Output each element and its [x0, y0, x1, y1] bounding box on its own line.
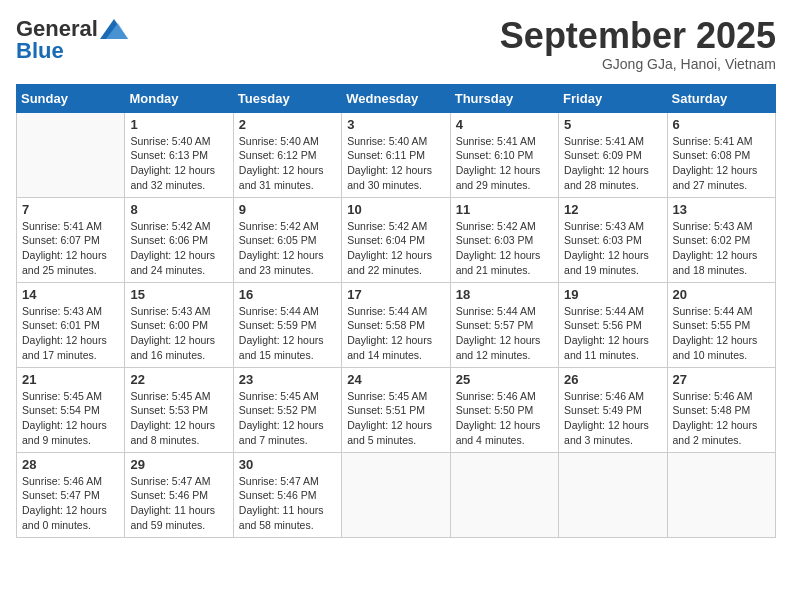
calendar-cell: 16Sunrise: 5:44 AM Sunset: 5:59 PM Dayli… — [233, 282, 341, 367]
day-info: Sunrise: 5:40 AM Sunset: 6:11 PM Dayligh… — [347, 134, 444, 193]
calendar-cell: 19Sunrise: 5:44 AM Sunset: 5:56 PM Dayli… — [559, 282, 667, 367]
calendar-cell: 24Sunrise: 5:45 AM Sunset: 5:51 PM Dayli… — [342, 367, 450, 452]
day-number: 2 — [239, 117, 336, 132]
calendar-cell: 5Sunrise: 5:41 AM Sunset: 6:09 PM Daylig… — [559, 112, 667, 197]
day-info: Sunrise: 5:45 AM Sunset: 5:54 PM Dayligh… — [22, 389, 119, 448]
day-info: Sunrise: 5:41 AM Sunset: 6:10 PM Dayligh… — [456, 134, 553, 193]
calendar-cell: 29Sunrise: 5:47 AM Sunset: 5:46 PM Dayli… — [125, 452, 233, 537]
day-number: 15 — [130, 287, 227, 302]
location-text: GJong GJa, Hanoi, Vietnam — [500, 56, 776, 72]
day-number: 7 — [22, 202, 119, 217]
day-info: Sunrise: 5:44 AM Sunset: 5:58 PM Dayligh… — [347, 304, 444, 363]
day-info: Sunrise: 5:41 AM Sunset: 6:07 PM Dayligh… — [22, 219, 119, 278]
day-info: Sunrise: 5:43 AM Sunset: 6:03 PM Dayligh… — [564, 219, 661, 278]
calendar-cell: 26Sunrise: 5:46 AM Sunset: 5:49 PM Dayli… — [559, 367, 667, 452]
day-info: Sunrise: 5:46 AM Sunset: 5:49 PM Dayligh… — [564, 389, 661, 448]
logo-blue-text: Blue — [16, 38, 64, 64]
day-info: Sunrise: 5:42 AM Sunset: 6:04 PM Dayligh… — [347, 219, 444, 278]
logo-icon — [100, 19, 128, 39]
calendar-cell: 15Sunrise: 5:43 AM Sunset: 6:00 PM Dayli… — [125, 282, 233, 367]
week-row-3: 14Sunrise: 5:43 AM Sunset: 6:01 PM Dayli… — [17, 282, 776, 367]
day-number: 1 — [130, 117, 227, 132]
day-info: Sunrise: 5:46 AM Sunset: 5:47 PM Dayligh… — [22, 474, 119, 533]
title-block: September 2025 GJong GJa, Hanoi, Vietnam — [500, 16, 776, 72]
day-number: 19 — [564, 287, 661, 302]
calendar-cell: 1Sunrise: 5:40 AM Sunset: 6:13 PM Daylig… — [125, 112, 233, 197]
day-number: 9 — [239, 202, 336, 217]
day-number: 28 — [22, 457, 119, 472]
day-number: 16 — [239, 287, 336, 302]
day-info: Sunrise: 5:46 AM Sunset: 5:48 PM Dayligh… — [673, 389, 770, 448]
day-info: Sunrise: 5:41 AM Sunset: 6:09 PM Dayligh… — [564, 134, 661, 193]
calendar-cell: 22Sunrise: 5:45 AM Sunset: 5:53 PM Dayli… — [125, 367, 233, 452]
day-info: Sunrise: 5:45 AM Sunset: 5:51 PM Dayligh… — [347, 389, 444, 448]
calendar-cell: 4Sunrise: 5:41 AM Sunset: 6:10 PM Daylig… — [450, 112, 558, 197]
calendar-cell: 30Sunrise: 5:47 AM Sunset: 5:46 PM Dayli… — [233, 452, 341, 537]
day-number: 30 — [239, 457, 336, 472]
calendar-cell: 10Sunrise: 5:42 AM Sunset: 6:04 PM Dayli… — [342, 197, 450, 282]
day-number: 13 — [673, 202, 770, 217]
day-number: 27 — [673, 372, 770, 387]
day-number: 5 — [564, 117, 661, 132]
col-header-sunday: Sunday — [17, 84, 125, 112]
week-row-1: 1Sunrise: 5:40 AM Sunset: 6:13 PM Daylig… — [17, 112, 776, 197]
calendar-cell: 13Sunrise: 5:43 AM Sunset: 6:02 PM Dayli… — [667, 197, 775, 282]
day-number: 3 — [347, 117, 444, 132]
day-info: Sunrise: 5:43 AM Sunset: 6:01 PM Dayligh… — [22, 304, 119, 363]
day-info: Sunrise: 5:45 AM Sunset: 5:52 PM Dayligh… — [239, 389, 336, 448]
day-number: 26 — [564, 372, 661, 387]
day-number: 4 — [456, 117, 553, 132]
day-info: Sunrise: 5:44 AM Sunset: 5:55 PM Dayligh… — [673, 304, 770, 363]
day-number: 22 — [130, 372, 227, 387]
calendar-cell: 11Sunrise: 5:42 AM Sunset: 6:03 PM Dayli… — [450, 197, 558, 282]
day-number: 23 — [239, 372, 336, 387]
calendar-cell: 17Sunrise: 5:44 AM Sunset: 5:58 PM Dayli… — [342, 282, 450, 367]
day-info: Sunrise: 5:42 AM Sunset: 6:05 PM Dayligh… — [239, 219, 336, 278]
calendar-cell: 8Sunrise: 5:42 AM Sunset: 6:06 PM Daylig… — [125, 197, 233, 282]
calendar-cell — [17, 112, 125, 197]
col-header-thursday: Thursday — [450, 84, 558, 112]
calendar-cell: 12Sunrise: 5:43 AM Sunset: 6:03 PM Dayli… — [559, 197, 667, 282]
month-title: September 2025 — [500, 16, 776, 56]
day-number: 6 — [673, 117, 770, 132]
col-header-tuesday: Tuesday — [233, 84, 341, 112]
calendar-cell: 23Sunrise: 5:45 AM Sunset: 5:52 PM Dayli… — [233, 367, 341, 452]
calendar-cell: 14Sunrise: 5:43 AM Sunset: 6:01 PM Dayli… — [17, 282, 125, 367]
calendar-header-row: SundayMondayTuesdayWednesdayThursdayFrid… — [17, 84, 776, 112]
calendar-cell: 28Sunrise: 5:46 AM Sunset: 5:47 PM Dayli… — [17, 452, 125, 537]
calendar-cell: 6Sunrise: 5:41 AM Sunset: 6:08 PM Daylig… — [667, 112, 775, 197]
col-header-monday: Monday — [125, 84, 233, 112]
day-number: 8 — [130, 202, 227, 217]
calendar-cell: 27Sunrise: 5:46 AM Sunset: 5:48 PM Dayli… — [667, 367, 775, 452]
day-number: 20 — [673, 287, 770, 302]
day-number: 17 — [347, 287, 444, 302]
day-number: 10 — [347, 202, 444, 217]
day-number: 24 — [347, 372, 444, 387]
day-info: Sunrise: 5:47 AM Sunset: 5:46 PM Dayligh… — [239, 474, 336, 533]
day-info: Sunrise: 5:44 AM Sunset: 5:56 PM Dayligh… — [564, 304, 661, 363]
calendar-cell: 18Sunrise: 5:44 AM Sunset: 5:57 PM Dayli… — [450, 282, 558, 367]
day-info: Sunrise: 5:43 AM Sunset: 6:02 PM Dayligh… — [673, 219, 770, 278]
calendar-cell — [667, 452, 775, 537]
day-number: 25 — [456, 372, 553, 387]
col-header-saturday: Saturday — [667, 84, 775, 112]
col-header-wednesday: Wednesday — [342, 84, 450, 112]
week-row-2: 7Sunrise: 5:41 AM Sunset: 6:07 PM Daylig… — [17, 197, 776, 282]
day-number: 14 — [22, 287, 119, 302]
day-number: 29 — [130, 457, 227, 472]
day-number: 11 — [456, 202, 553, 217]
calendar-cell: 7Sunrise: 5:41 AM Sunset: 6:07 PM Daylig… — [17, 197, 125, 282]
day-info: Sunrise: 5:45 AM Sunset: 5:53 PM Dayligh… — [130, 389, 227, 448]
logo: General Blue — [16, 16, 128, 64]
calendar-cell: 2Sunrise: 5:40 AM Sunset: 6:12 PM Daylig… — [233, 112, 341, 197]
day-info: Sunrise: 5:41 AM Sunset: 6:08 PM Dayligh… — [673, 134, 770, 193]
day-number: 12 — [564, 202, 661, 217]
calendar-cell: 3Sunrise: 5:40 AM Sunset: 6:11 PM Daylig… — [342, 112, 450, 197]
day-info: Sunrise: 5:47 AM Sunset: 5:46 PM Dayligh… — [130, 474, 227, 533]
day-info: Sunrise: 5:44 AM Sunset: 5:57 PM Dayligh… — [456, 304, 553, 363]
week-row-4: 21Sunrise: 5:45 AM Sunset: 5:54 PM Dayli… — [17, 367, 776, 452]
day-info: Sunrise: 5:40 AM Sunset: 6:12 PM Dayligh… — [239, 134, 336, 193]
day-info: Sunrise: 5:44 AM Sunset: 5:59 PM Dayligh… — [239, 304, 336, 363]
day-info: Sunrise: 5:42 AM Sunset: 6:06 PM Dayligh… — [130, 219, 227, 278]
page-header: General Blue September 2025 GJong GJa, H… — [16, 16, 776, 72]
